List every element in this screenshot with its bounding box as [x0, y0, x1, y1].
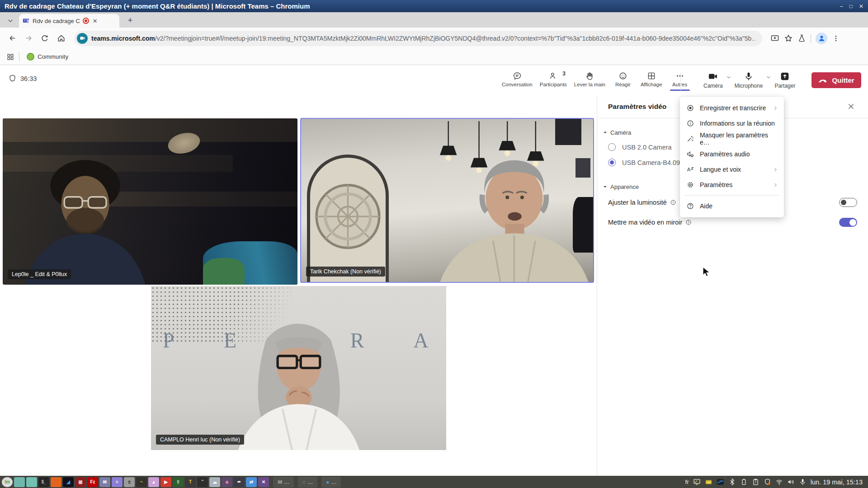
- tray-volume-icon[interactable]: [787, 478, 795, 486]
- info-icon[interactable]: [685, 219, 692, 225]
- install-app-icon[interactable]: [770, 34, 779, 43]
- appearance-section-header[interactable]: Apparence: [603, 183, 639, 190]
- tray-shield-icon[interactable]: [764, 478, 771, 486]
- launcher-cloud-app-icon[interactable]: ☁: [209, 477, 220, 487]
- section-label: Apparence: [610, 183, 639, 190]
- taskbar-window-button[interactable]: ✉…: [273, 477, 294, 488]
- menu-item-masquer-les-param-tres-e[interactable]: Masquer les paramètres e…: [680, 131, 784, 146]
- launcher-qr-tool-icon[interactable]: ▦: [75, 477, 86, 487]
- menu-item-langue-et-voix[interactable]: A Langue et voix: [680, 162, 784, 177]
- toolbar-button-participants[interactable]: Participants3: [538, 70, 569, 90]
- launcher-calculator-icon[interactable]: ±: [124, 477, 135, 487]
- browser-actions: [770, 33, 840, 44]
- launcher-mail-client-icon[interactable]: ✉: [99, 477, 110, 487]
- bookmark-community[interactable]: Community: [24, 52, 71, 62]
- launcher-firewall-icon[interactable]: [51, 477, 61, 487]
- launcher-package-updater-icon[interactable]: ⇧: [173, 477, 184, 487]
- video-tile[interactable]: Lep0le _ Edit & P0llux: [3, 118, 297, 285]
- url-bar[interactable]: teams.microsoft.com/v2/?meetingjoin=true…: [74, 31, 762, 46]
- maximize-window-button[interactable]: □: [849, 3, 853, 9]
- menu-item-param-tres[interactable]: Paramètres: [680, 177, 784, 192]
- submenu-arrow-icon: [773, 167, 778, 173]
- submenu-arrow-icon: [773, 182, 778, 188]
- browser-menu-kebab-icon[interactable]: [832, 34, 840, 42]
- menu-item-aide[interactable]: Aide: [680, 198, 784, 214]
- chevron-down-icon[interactable]: [726, 74, 732, 80]
- close-window-button[interactable]: ✕: [859, 3, 863, 9]
- launcher-mint-menu-icon[interactable]: lm: [2, 477, 13, 487]
- tray-display-icon[interactable]: [693, 478, 701, 486]
- window-button-label: …: [284, 479, 289, 485]
- tray-wifi-icon[interactable]: [775, 478, 783, 486]
- menu-item-enregistrer-et-transcrire[interactable]: Enregistrer et transcrire: [680, 100, 784, 116]
- radio-unselected[interactable]: [608, 143, 616, 151]
- toolbar-button-r-agir[interactable]: Réagir: [610, 70, 636, 90]
- home-icon[interactable]: [54, 32, 68, 45]
- launcher-share-app-icon[interactable]: ▶: [160, 477, 171, 487]
- back-icon[interactable]: [5, 32, 19, 45]
- reload-icon[interactable]: [38, 32, 52, 45]
- camera-section-header[interactable]: Caméra: [603, 129, 631, 136]
- launcher-shell-tool-icon[interactable]: ”: [197, 477, 208, 487]
- new-tab-button[interactable]: +: [124, 14, 137, 27]
- toolbar-button-lever-la-main[interactable]: Lever la main: [572, 70, 608, 90]
- profile-avatar[interactable]: [816, 33, 827, 44]
- minimize-window-button[interactable]: –: [840, 3, 843, 9]
- radio-selected[interactable]: [608, 159, 616, 166]
- microphone-button[interactable]: Microphone: [733, 70, 765, 90]
- launcher-sync-app-icon[interactable]: ⇄: [246, 477, 257, 487]
- caret-down-icon: [603, 130, 608, 135]
- tray-wallet-icon[interactable]: [705, 478, 712, 486]
- leave-meeting-button[interactable]: Quitter: [811, 72, 861, 88]
- toolbar-button-conversation[interactable]: Conversation: [500, 70, 535, 90]
- tray-bluetooth-icon[interactable]: [728, 478, 736, 486]
- launcher-media-app-icon[interactable]: ◢: [63, 477, 74, 487]
- participants-count-badge: 3: [562, 70, 566, 77]
- browser-tab[interactable]: T Rdv de cadrage C ✕: [19, 14, 119, 28]
- keyboard-layout-indicator[interactable]: fr: [685, 479, 689, 485]
- launcher-draw-tablet-icon[interactable]: ~: [136, 477, 147, 487]
- partager-button[interactable]: Partager: [773, 70, 797, 90]
- tray-clipboard-icon[interactable]: [752, 478, 760, 486]
- taskbar-clock[interactable]: lun. 19 mai, 15:13: [811, 479, 863, 486]
- camera-option[interactable]: USB Camera-B4.09.2: [608, 159, 685, 166]
- tab-title: Rdv de cadrage C: [33, 18, 80, 24]
- tray-mic-icon[interactable]: [799, 478, 807, 486]
- launcher-weave-app-icon[interactable]: ◈: [222, 477, 232, 487]
- taskbar-window-button[interactable]: ◌…: [298, 477, 317, 488]
- menu-item-param-tres-audio[interactable]: Paramètres audio: [680, 146, 784, 162]
- apps-grid-icon[interactable]: [6, 53, 14, 61]
- launcher-desktop-pager-icon[interactable]: [14, 477, 25, 487]
- video-tile-active[interactable]: Tarik Chekchak (Non vérifié): [300, 118, 594, 283]
- toolbar-button-affichage[interactable]: Affichage: [638, 70, 665, 90]
- launcher-filezilla-icon[interactable]: Fz: [87, 477, 98, 487]
- launcher-terminal-icon[interactable]: $_: [38, 477, 49, 487]
- launcher-file-manager-icon[interactable]: [26, 477, 37, 487]
- chevron-down-icon[interactable]: [765, 74, 772, 80]
- bookmark-star-icon[interactable]: [784, 34, 793, 43]
- panel-close-icon[interactable]: [844, 100, 857, 113]
- launcher-pen-app-icon[interactable]: ✒: [234, 477, 245, 487]
- tab-close-icon[interactable]: ✕: [93, 18, 98, 24]
- tab-search-button[interactable]: [4, 15, 17, 27]
- experiments-flask-icon[interactable]: [797, 34, 806, 42]
- participant-name-badge: Tarik Chekchak (Non vérifié): [306, 267, 385, 277]
- toggle-off[interactable]: [839, 198, 857, 207]
- tray-netgraph-icon[interactable]: [717, 478, 724, 486]
- launcher-notes-app-icon[interactable]: ≡: [112, 477, 123, 487]
- info-icon[interactable]: [670, 199, 676, 206]
- camera-option[interactable]: USB 2.0 Camera: [608, 143, 672, 151]
- forward-icon[interactable]: [22, 32, 35, 45]
- menu-item-informations-sur-la-r-union[interactable]: Informations sur la réunion: [680, 116, 784, 131]
- window-button-icon: ✉: [278, 479, 282, 485]
- toggle-on[interactable]: [839, 218, 857, 227]
- taskbar-window-button[interactable]: ●…: [321, 477, 341, 488]
- tray-battery-icon[interactable]: [740, 478, 748, 486]
- video-tile[interactable]: PEYRA CAMPLO Henri luc (Non vérifié): [151, 286, 446, 450]
- launcher-node-app-icon[interactable]: ✕: [258, 477, 269, 487]
- caméra-button[interactable]: Caméra: [702, 70, 725, 90]
- hangup-icon: [818, 75, 828, 85]
- launcher-color-tool-icon[interactable]: ▲: [148, 477, 159, 487]
- launcher-tux-app-icon[interactable]: T: [185, 477, 196, 487]
- toolbar-button-autres[interactable]: Autres: [667, 70, 693, 90]
